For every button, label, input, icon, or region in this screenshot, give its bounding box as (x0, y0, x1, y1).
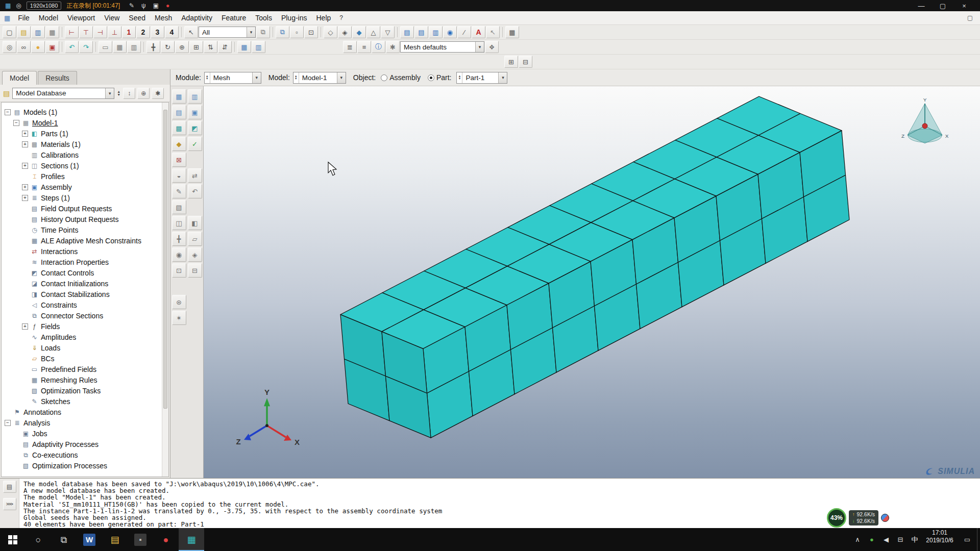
column-chart-button[interactable]: ≣ (343, 41, 357, 53)
collapse-icon[interactable]: − (13, 120, 19, 126)
tree-item-analysis[interactable]: −≣Analysis (2, 417, 162, 428)
tree-item-co-executions[interactable]: ⧉Co-executions (2, 449, 162, 460)
palette-dropdown-button[interactable]: ❖ (485, 41, 499, 53)
terminal-app-button[interactable]: ▪ (128, 528, 153, 551)
action-center-button[interactable]: ▭ (958, 528, 977, 551)
tree-item-constraints[interactable]: ◁Constraints (2, 299, 162, 310)
expand-icon[interactable]: + (22, 163, 28, 169)
network-icon[interactable]: ⊟ (893, 536, 908, 543)
tree-item-optimization-tasks[interactable]: ▧Optimization Tasks (2, 385, 162, 396)
drag-region-button[interactable]: ▫ (290, 26, 304, 38)
layers-3-button[interactable]: ▥ (429, 26, 443, 38)
view-table-2-button[interactable]: ▥ (252, 41, 265, 53)
close-button[interactable]: × (953, 2, 975, 10)
tree-item-jobs[interactable]: ▣Jobs (2, 428, 162, 439)
zoom-view-button[interactable]: ⊕ (175, 41, 189, 53)
layers-1-button[interactable]: ▤ (400, 26, 414, 38)
combo-spinner-icon[interactable]: ▲▼ (293, 72, 299, 83)
menu-tools[interactable]: Tools (251, 12, 277, 24)
mic-icon[interactable]: ψ (141, 2, 146, 9)
tree-item-contact-stabilizations[interactable]: ◨Contact Stabilizations (2, 289, 162, 299)
collapse-icon[interactable]: − (5, 109, 11, 115)
preset-3-button[interactable]: 3 (151, 26, 164, 38)
link-views-button[interactable]: ∞ (17, 41, 31, 53)
part-radio[interactable]: Part: (428, 73, 452, 82)
tree-item-remeshing-rules[interactable]: ▦Remeshing Rules (2, 374, 162, 385)
chevron-down-icon[interactable]: ▾ (337, 72, 346, 83)
tree-item-assembly[interactable]: +▣Assembly (2, 182, 162, 192)
swatch-button[interactable]: ▣ (45, 41, 59, 53)
datum-tool[interactable]: ╋ (172, 232, 186, 246)
tree-item-contact-initializations[interactable]: ◪Contact Initializations (2, 278, 162, 289)
selection-filter-combo[interactable]: All▾ (199, 27, 256, 38)
text-annotation-button[interactable]: A (472, 26, 485, 38)
menu-help[interactable]: Help (311, 12, 335, 24)
fit-view-button[interactable]: ⊞ (189, 41, 203, 53)
options-button[interactable]: ✶ (172, 311, 186, 325)
magnifier-icon[interactable]: ◎ (16, 2, 21, 9)
mesh-region-tool[interactable]: ◩ (188, 121, 202, 135)
radio-circle-icon[interactable] (381, 74, 387, 81)
viewport-canvas[interactable]: Y X Z Y X Z (204, 86, 980, 478)
app-menu-icon[interactable]: ▦ (4, 14, 10, 22)
render-hidden-button[interactable]: ◈ (338, 26, 352, 38)
minimize-button[interactable]: — (911, 2, 932, 10)
pin-icon[interactable]: ↕ (123, 88, 135, 99)
seed-edge-tool-3[interactable]: ⊣ (93, 26, 107, 38)
display-group-toolbox-button[interactable]: ⊟ (519, 56, 532, 68)
ime-chinese-icon[interactable]: 中 (908, 535, 922, 544)
expand-icon[interactable]: + (22, 184, 28, 190)
tray-expand-icon[interactable]: ∧ (850, 536, 865, 543)
scale-button[interactable]: ≡ (357, 41, 371, 53)
record-view-button[interactable]: ● (31, 41, 45, 53)
tree-item-amplitudes[interactable]: ∿Amplitudes (2, 332, 162, 342)
radio-circle-icon[interactable] (428, 74, 434, 81)
datum-plane-tool[interactable]: ▱ (188, 232, 202, 246)
task-view-button[interactable]: ⧉ (51, 528, 77, 551)
beam-mesh[interactable] (340, 96, 849, 438)
query-tool[interactable]: ◉ (172, 247, 186, 262)
partition-cell-tool[interactable]: ◫ (172, 216, 186, 230)
create-bottom-up-mesh-tool[interactable]: ◒ (172, 168, 186, 183)
gear-icon[interactable]: ✱ (152, 88, 164, 99)
color-settings-button[interactable]: ✱ (386, 41, 400, 53)
expand-icon[interactable]: + (22, 131, 28, 137)
menu-adaptivity[interactable]: Adaptivity (177, 12, 217, 24)
chevron-down-icon[interactable]: ▾ (252, 72, 261, 83)
tab-model[interactable]: Model (2, 71, 37, 85)
tree-item-fields[interactable]: +ƒFields (2, 321, 162, 332)
tree-item-models-1[interactable]: −▤Models (1) (2, 107, 162, 117)
tree-item-model-1[interactable]: −▦Model-1 (2, 117, 162, 128)
element-type-tool[interactable]: ✓ (188, 137, 202, 151)
expand-icon[interactable]: + (22, 195, 28, 201)
spinner-icon[interactable]: ▲▼ (117, 90, 120, 96)
delete-part-seeds-tool[interactable]: ▤ (172, 105, 186, 119)
slash-tool-button[interactable]: ∕ (457, 26, 471, 38)
menu-feature[interactable]: Feature (217, 12, 251, 24)
menu-viewport[interactable]: Viewport (63, 12, 100, 24)
view-cut-tool[interactable]: ⊟ (188, 263, 202, 278)
tree-item-annotations[interactable]: ⚑Annotations (2, 407, 162, 417)
edit-mesh-tool[interactable]: ✎ (172, 184, 186, 198)
tree-item-interactions[interactable]: ⇄Interactions (2, 246, 162, 257)
copy-viewport-button[interactable]: ⧉ (276, 26, 289, 38)
partition-face-tool[interactable]: ◧ (188, 216, 202, 230)
chevron-down-icon[interactable]: ▾ (475, 42, 484, 52)
cycle-views-down-button[interactable]: ⇵ (218, 41, 232, 53)
usage-percent-badge[interactable]: 43% (827, 508, 846, 528)
camera-icon[interactable]: ▣ (153, 2, 159, 9)
options-table-button[interactable]: ▦ (505, 26, 519, 38)
new-model-icon[interactable]: ⊕ (137, 88, 150, 99)
menu-model[interactable]: Model (34, 12, 63, 24)
info-button[interactable]: ⓘ (372, 41, 385, 53)
save-button[interactable]: ▥ (31, 26, 45, 38)
seed-edges-tool[interactable]: ▥ (188, 89, 202, 104)
mdi-restore-icon[interactable]: ▢ (967, 14, 977, 21)
perspective-on-button[interactable]: △ (366, 26, 380, 38)
cycle-views-up-button[interactable]: ⇅ (204, 41, 217, 53)
security-app-icon[interactable]: ● (865, 536, 879, 543)
menu-view[interactable]: View (100, 12, 124, 24)
tools-palette-button[interactable]: ⊛ (172, 295, 186, 309)
record-button[interactable]: ● (166, 2, 169, 9)
context-help-icon[interactable]: ? (336, 14, 346, 21)
